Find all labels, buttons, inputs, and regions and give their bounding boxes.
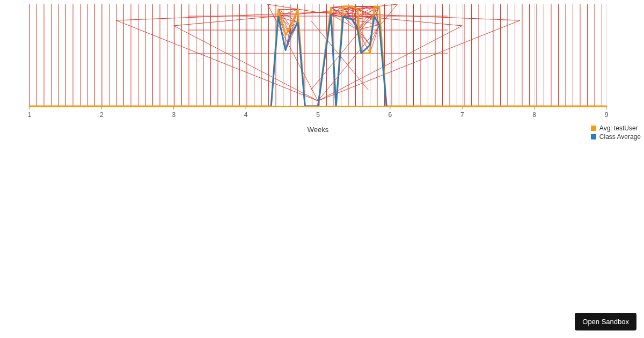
svg-text:6: 6 — [389, 111, 392, 119]
legend-swatch — [591, 126, 596, 131]
chart-svg: 123456789Weeks — [0, 0, 644, 139]
svg-text:Weeks: Weeks — [308, 126, 329, 134]
svg-text:5: 5 — [316, 111, 320, 119]
svg-text:2: 2 — [100, 111, 104, 119]
svg-text:4: 4 — [244, 111, 248, 119]
svg-text:9: 9 — [605, 111, 609, 119]
svg-text:8: 8 — [532, 111, 536, 119]
open-sandbox-button[interactable]: Open Sandbox — [575, 313, 636, 330]
legend-swatch — [591, 134, 596, 139]
legend-entry: Class Average — [591, 133, 641, 141]
legend-label: Avg: testUser — [599, 124, 638, 132]
legend: Avg: testUser Class Average — [591, 123, 641, 141]
legend-label: Class Average — [599, 133, 641, 141]
svg-text:3: 3 — [172, 111, 175, 119]
weeks-line-chart: 123456789Weeks — [0, 0, 644, 139]
svg-text:7: 7 — [460, 111, 464, 119]
legend-entry: Avg: testUser — [591, 124, 641, 132]
svg-text:1: 1 — [28, 111, 32, 119]
